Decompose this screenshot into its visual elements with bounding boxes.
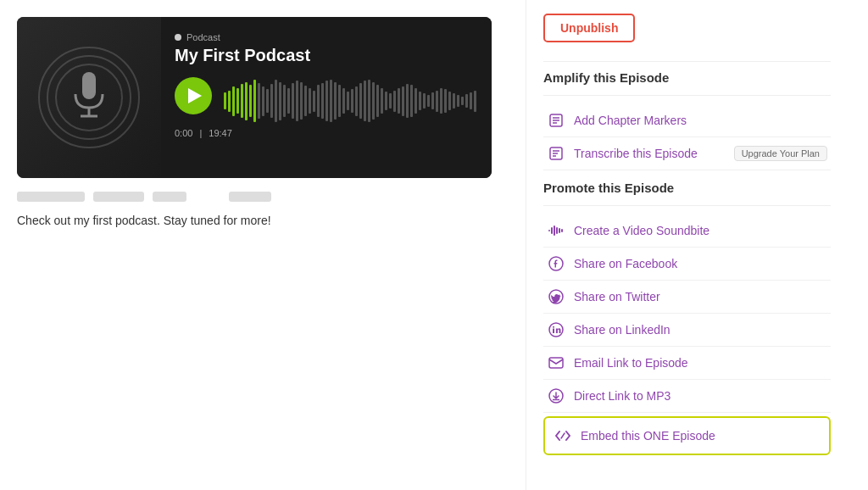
share-twitter-item[interactable]: Share on Twitter [543, 281, 831, 314]
unpublish-button[interactable]: Unpublish [543, 14, 635, 42]
divider-2 [543, 95, 831, 96]
embed-episode-label: Embed this ONE Episode [581, 429, 715, 443]
podcast-label: Podcast [175, 32, 478, 42]
time-row: 0:00 | 19:47 [175, 128, 478, 138]
total-duration: 19:47 [209, 128, 232, 138]
svg-rect-0 [82, 72, 96, 99]
direct-link-mp3-label: Direct Link to MP3 [574, 389, 670, 403]
left-panel: Podcast My First Podcast 0:00 | 19:47 [0, 0, 526, 490]
share-linkedin-item[interactable]: Share on LinkedIn [543, 314, 831, 347]
svg-rect-20 [553, 329, 554, 334]
tag-1 [17, 192, 85, 202]
svg-line-25 [561, 433, 565, 438]
right-panel: Unpublish Amplify this Episode Add Chapt… [526, 0, 848, 490]
facebook-icon [547, 254, 565, 273]
chapter-icon [547, 111, 565, 130]
podcast-title: My First Podcast [175, 46, 478, 65]
email-icon [547, 354, 565, 372]
video-soundbite-label: Create a Video Soundbite [574, 224, 709, 237]
direct-link-mp3-item[interactable]: Direct Link to MP3 [543, 380, 831, 413]
mic-icon [69, 70, 109, 125]
svg-point-21 [553, 326, 554, 328]
amplify-section-title: Amplify this Episode [543, 70, 831, 85]
add-chapter-markers-item[interactable]: Add Chapter Markers [543, 104, 831, 137]
video-soundbite-item[interactable]: Create a Video Soundbite [543, 214, 831, 248]
transcribe-label: Transcribe this Episode [574, 147, 698, 160]
transcribe-icon [547, 144, 565, 163]
player-info: Podcast My First Podcast 0:00 | 19:47 [161, 17, 492, 178]
soundbite-icon [547, 221, 565, 240]
svg-rect-22 [549, 358, 563, 368]
tag-2 [93, 192, 144, 202]
divider-3 [543, 205, 831, 206]
tag-3 [153, 192, 186, 202]
embed-episode-item[interactable]: Embed this ONE Episode [543, 416, 831, 455]
tag-4 [229, 192, 271, 202]
email-link-label: Email Link to Episode [574, 356, 688, 370]
twitter-icon [547, 287, 565, 306]
player-card: Podcast My First Podcast 0:00 | 19:47 [17, 17, 492, 178]
transcribe-item[interactable]: Transcribe this Episode Upgrade Your Pla… [543, 137, 831, 170]
play-button[interactable] [175, 77, 212, 114]
linkedin-icon [547, 320, 565, 339]
tags-row [17, 192, 509, 202]
divider-1 [543, 61, 831, 62]
embed-icon [554, 426, 572, 445]
share-linkedin-label: Share on LinkedIn [574, 323, 670, 337]
play-icon [188, 88, 202, 103]
share-facebook-label: Share on Facebook [574, 257, 677, 270]
email-link-item[interactable]: Email Link to Episode [543, 347, 831, 380]
album-art [17, 17, 161, 178]
waveform[interactable] [224, 80, 478, 122]
upgrade-badge[interactable]: Upgrade Your Plan [734, 146, 827, 161]
promote-section-title: Promote this Episode [543, 181, 831, 195]
current-time: 0:00 [175, 128, 192, 138]
download-icon [547, 387, 565, 405]
add-chapter-markers-label: Add Chapter Markers [574, 114, 687, 127]
share-facebook-item[interactable]: Share on Facebook [543, 248, 831, 281]
episode-description: Check out my first podcast. Stay tuned f… [17, 214, 509, 227]
share-twitter-label: Share on Twitter [574, 290, 660, 303]
